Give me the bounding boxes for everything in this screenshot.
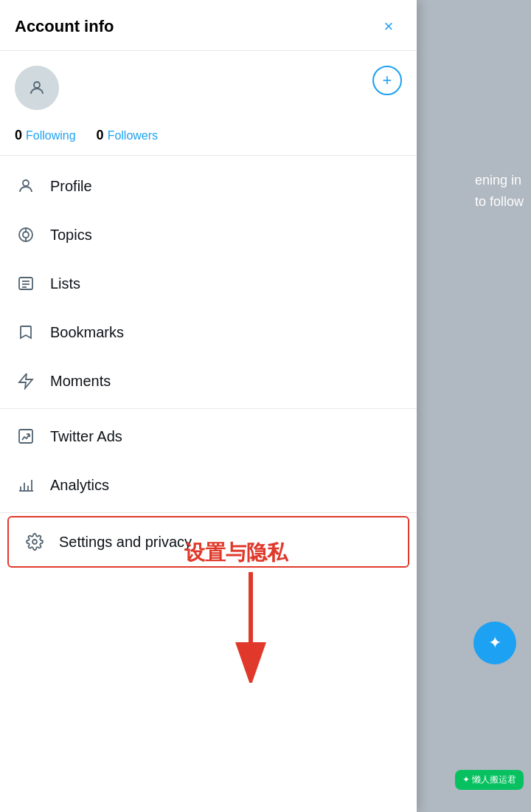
svg-rect-10 [19, 430, 32, 443]
stats-row: 0 Following 0 Followers [0, 117, 417, 155]
bolt-icon [15, 370, 37, 392]
ads-icon [15, 425, 37, 447]
menu-item-settings[interactable]: Settings and privacy [7, 516, 409, 568]
avatar-area: + [0, 51, 417, 117]
menu-list: Profile Topics [0, 156, 417, 574]
compose-fab-button[interactable]: ✦ [473, 622, 516, 664]
svg-point-3 [23, 232, 29, 238]
analytics-icon [15, 474, 37, 496]
svg-point-1 [23, 180, 29, 186]
following-stat: 0 Following [15, 128, 76, 143]
menu-item-topics[interactable]: Topics [0, 210, 417, 259]
followers-stat: 0 Followers [97, 128, 158, 143]
following-label[interactable]: Following [26, 129, 76, 142]
menu-label-lists: Lists [50, 275, 80, 292]
menu-label-settings: Settings and privacy [59, 534, 192, 551]
followers-count: 0 [97, 128, 104, 143]
account-drawer: Account info × + 0 Following 0 Followers [0, 0, 417, 812]
following-count: 0 [15, 128, 22, 143]
drawer-header: Account info × [0, 0, 417, 51]
topics-icon [15, 224, 37, 246]
menu-label-twitter-ads: Twitter Ads [50, 428, 122, 445]
menu-item-bookmarks[interactable]: Bookmarks [0, 308, 417, 357]
background-panel [413, 0, 531, 812]
menu-item-profile[interactable]: Profile [0, 162, 417, 210]
bookmark-icon [15, 321, 37, 343]
profile-icon [15, 175, 37, 197]
menu-item-analytics[interactable]: Analytics [0, 461, 417, 509]
add-account-button[interactable]: + [372, 66, 402, 95]
compose-icon: ✦ [488, 633, 502, 653]
avatar [15, 66, 59, 110]
close-button[interactable]: × [375, 13, 402, 40]
menu-label-analytics: Analytics [50, 477, 109, 494]
menu-item-twitter-ads[interactable]: Twitter Ads [0, 412, 417, 461]
drawer-title: Account info [15, 17, 114, 36]
background-text: ening in to follow [475, 170, 524, 213]
menu-divider-2 [0, 512, 417, 513]
menu-label-topics: Topics [50, 227, 92, 244]
menu-divider-1 [0, 408, 417, 409]
menu-label-moments: Moments [50, 373, 111, 390]
menu-item-moments[interactable]: Moments [0, 357, 417, 405]
menu-label-bookmarks: Bookmarks [50, 324, 124, 341]
svg-point-18 [32, 540, 37, 544]
person-placeholder-icon [28, 79, 46, 97]
followers-label[interactable]: Followers [108, 129, 158, 142]
wechat-badge: ✦ 懒人搬运君 [455, 770, 524, 790]
menu-item-lists[interactable]: Lists [0, 259, 417, 308]
plus-icon: + [383, 71, 392, 90]
gear-icon [24, 531, 46, 553]
lists-icon [15, 272, 37, 295]
svg-point-0 [34, 82, 40, 88]
menu-label-profile: Profile [50, 178, 92, 195]
